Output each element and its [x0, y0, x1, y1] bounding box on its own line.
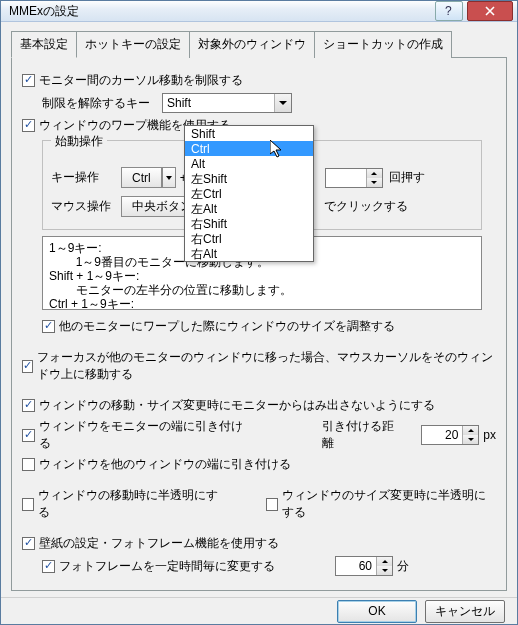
cancel-button[interactable]: キャンセル [425, 600, 505, 623]
snap-distance-spin[interactable] [421, 425, 479, 445]
chevron-down-icon[interactable] [274, 94, 291, 112]
snap-unit: px [483, 428, 496, 442]
checkbox-icon [22, 429, 35, 442]
chk-no-protrude[interactable]: ウィンドウの移動・サイズ変更時にモニターからはみ出さないようにする [22, 397, 435, 414]
spin-down-icon[interactable] [462, 435, 478, 444]
tab-basic[interactable]: 基本設定 [11, 31, 77, 58]
window-title: MMExの設定 [9, 3, 435, 20]
dropdown-option[interactable]: 左Alt [185, 201, 313, 216]
dropdown-option[interactable]: Ctrl [185, 141, 313, 156]
chk-snap-monitor[interactable]: ウィンドウをモニターの端に引き付ける [22, 418, 245, 452]
dropdown-option[interactable]: 右Shift [185, 216, 313, 231]
spin-down-icon[interactable] [376, 566, 392, 575]
tab-shortcut[interactable]: ショートカットの作成 [314, 31, 452, 58]
chk-trans-size[interactable]: ウィンドウのサイズ変更時に半透明にする [266, 487, 496, 521]
chk-focus-move[interactable]: フォーカスが他のモニターのウィンドウに移った場合、マウスカーソルをそのウィンドウ… [22, 349, 496, 383]
dropdown-option[interactable]: Shift [185, 126, 313, 141]
help-button[interactable]: ? [435, 1, 463, 21]
snap-distance-label: 引き付ける距離 [322, 418, 402, 452]
chevron-down-icon[interactable] [162, 167, 176, 188]
content-area: 基本設定 ホットキーの設定 対象外のウィンドウ ショートカットの作成 モニター間… [1, 22, 517, 597]
key-hint: 回押す [389, 169, 425, 186]
checkbox-icon [22, 498, 34, 511]
release-key-combo[interactable]: Shift [162, 93, 292, 113]
checkbox-icon [22, 360, 33, 373]
photoframe-interval-spin[interactable] [335, 556, 393, 576]
tab-strip: 基本設定 ホットキーの設定 対象外のウィンドウ ショートカットの作成 [11, 30, 507, 58]
release-key-label: 制限を解除するキー [42, 95, 162, 112]
dropdown-option[interactable]: 右Alt [185, 246, 313, 261]
spin-up-icon[interactable] [366, 169, 382, 178]
release-key-dropdown[interactable]: Shift Ctrl Alt 左Shift 左Ctrl 左Alt 右Shift … [184, 125, 314, 262]
interval-unit: 分 [397, 558, 409, 575]
spin-up-icon[interactable] [462, 426, 478, 435]
tabpage-basic: モニター間のカーソル移動を制限する 制限を解除するキー Shift ウィンドウの… [11, 58, 507, 591]
dialog-footer: OK キャンセル [1, 597, 517, 624]
checkbox-icon [42, 320, 55, 333]
chk-photoframe[interactable]: フォトフレームを一定時間毎に変更する [42, 558, 275, 575]
ok-button[interactable]: OK [337, 600, 417, 623]
dropdown-option[interactable]: Alt [185, 156, 313, 171]
checkbox-icon [22, 74, 35, 87]
close-button[interactable] [467, 1, 513, 21]
tab-hotkey[interactable]: ホットキーの設定 [76, 31, 190, 58]
group-legend: 始動操作 [51, 133, 107, 150]
checkbox-icon [266, 498, 278, 511]
titlebar[interactable]: MMExの設定 ? [1, 1, 517, 22]
checkbox-icon [42, 560, 55, 573]
checkbox-icon [22, 537, 35, 550]
spin-down-icon[interactable] [366, 178, 382, 187]
dropdown-option[interactable]: 右Ctrl [185, 231, 313, 246]
settings-window: MMExの設定 ? 基本設定 ホットキーの設定 対象外のウィンドウ ショートカッ… [0, 0, 518, 625]
checkbox-icon [22, 458, 35, 471]
spin-up-icon[interactable] [376, 557, 392, 566]
checkbox-icon [22, 399, 35, 412]
key1-combo[interactable]: Ctrl [121, 167, 176, 188]
key-op-label: キー操作 [51, 169, 121, 186]
dropdown-option[interactable]: 左Ctrl [185, 186, 313, 201]
chk-snap-window[interactable]: ウィンドウを他のウィンドウの端に引き付ける [22, 456, 291, 473]
mouse-op-label: マウス操作 [51, 198, 121, 215]
release-key-value: Shift [163, 96, 274, 110]
svg-text:?: ? [445, 5, 452, 17]
tab-exclude[interactable]: 対象外のウィンドウ [189, 31, 315, 58]
key-count-spin[interactable] [325, 168, 383, 188]
chk-monitor-move[interactable]: モニター間のカーソル移動を制限する [22, 72, 243, 89]
dropdown-option[interactable]: 左Shift [185, 171, 313, 186]
checkbox-icon [22, 119, 35, 132]
chk-resize-on-warp[interactable]: 他のモニターにワープした際にウィンドウのサイズを調整する [42, 318, 395, 335]
mouse-hint: でクリックする [324, 198, 408, 215]
chk-trans-move[interactable]: ウィンドウの移動時に半透明にする [22, 487, 219, 521]
chk-wallpaper[interactable]: 壁紙の設定・フォトフレーム機能を使用する [22, 535, 279, 552]
